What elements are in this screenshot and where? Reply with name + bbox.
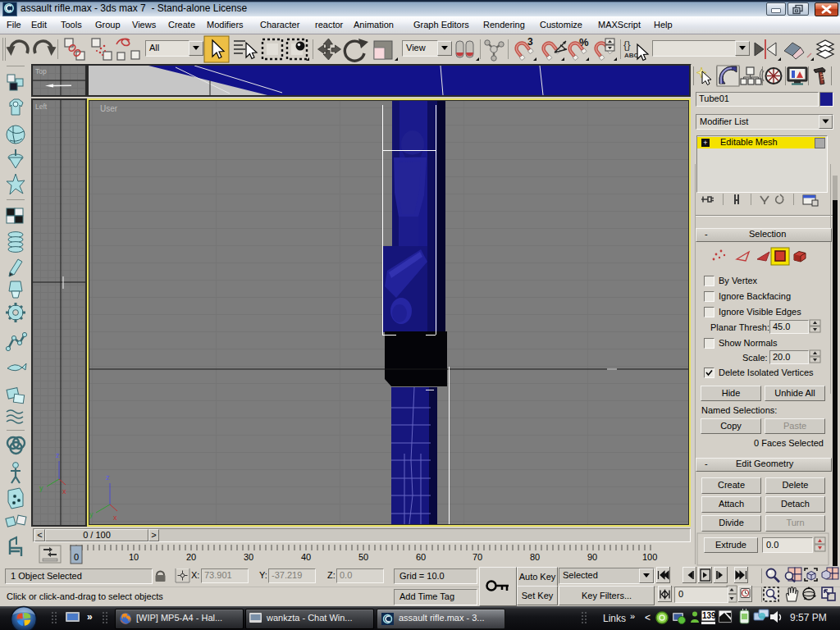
svg-text:139: 139 bbox=[702, 611, 716, 620]
svg-text:x: x bbox=[113, 514, 117, 522]
svg-text:z: z bbox=[56, 451, 60, 459]
svg-text:80: 80 bbox=[530, 552, 540, 562]
svg-text:30: 30 bbox=[244, 552, 253, 562]
svg-text:3: 3 bbox=[527, 36, 533, 48]
svg-text:y: y bbox=[89, 510, 94, 518]
svg-text:Left: Left bbox=[35, 103, 48, 111]
svg-text:10: 10 bbox=[129, 552, 139, 562]
svg-text:70: 70 bbox=[472, 552, 482, 562]
svg-text:50: 50 bbox=[358, 552, 368, 562]
svg-text:Top: Top bbox=[35, 67, 47, 75]
svg-text:%: % bbox=[579, 36, 589, 48]
svg-text:100: 100 bbox=[642, 552, 657, 562]
svg-text:»: » bbox=[87, 611, 93, 623]
svg-text:{}: {} bbox=[623, 39, 631, 51]
svg-text:y: y bbox=[39, 484, 43, 492]
svg-text:40: 40 bbox=[301, 552, 311, 562]
svg-text:20: 20 bbox=[186, 552, 196, 562]
svg-text:60: 60 bbox=[416, 552, 426, 562]
svg-text:ABC: ABC bbox=[624, 52, 639, 59]
svg-text:x: x bbox=[62, 487, 66, 495]
svg-text:0: 0 bbox=[74, 552, 79, 562]
svg-text:90: 90 bbox=[587, 552, 597, 562]
svg-text:User: User bbox=[100, 104, 118, 113]
svg-text:z: z bbox=[106, 473, 110, 482]
